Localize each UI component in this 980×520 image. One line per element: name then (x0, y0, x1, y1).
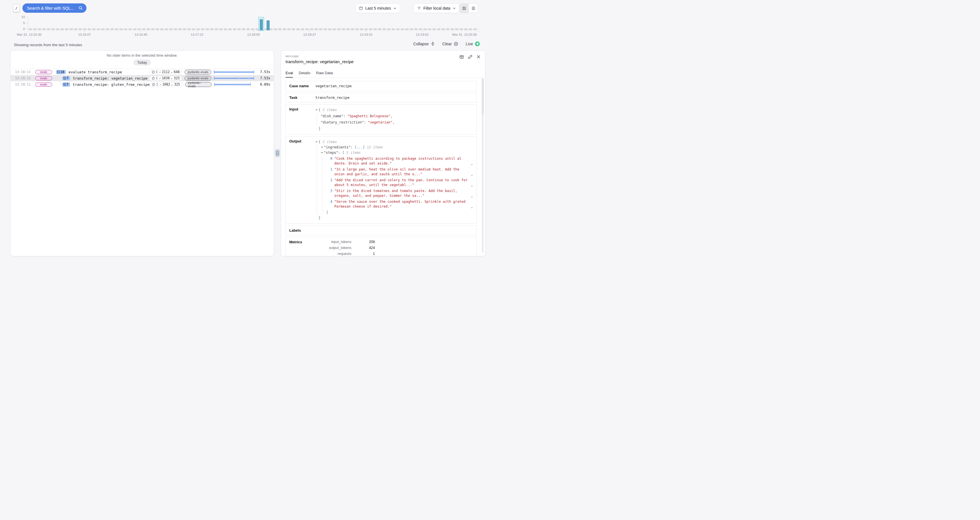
metrics-label: Metrics (289, 240, 315, 256)
output-json-viewer: { 2 items "ingredients": [...] 12 items … (315, 139, 473, 221)
tab-eval[interactable]: Eval (286, 71, 293, 78)
chevron-down-icon[interactable] (315, 108, 318, 111)
case-name-row: Case name vegetarian_recipe (286, 81, 477, 91)
output-token-count: 323 (174, 76, 180, 80)
json-array-item: 0"Cook the spaghetti according to packag… (326, 156, 473, 166)
tab-raw-data[interactable]: Raw Data (316, 71, 333, 78)
token-usage-pill[interactable]: Σ ↗2112 ↙648 (149, 70, 182, 75)
array-index: 0 (326, 156, 332, 166)
chevron-down-icon[interactable] (315, 141, 318, 143)
scope-badge: evals (35, 70, 52, 74)
clear-label: Clear (442, 42, 452, 46)
json-key: "steps" (324, 151, 338, 155)
x-tick-label: Mar 31. 13:15:30 (17, 33, 42, 36)
json-string-value: "Serve the sauce over the cooked spaghet… (334, 200, 469, 209)
json-array-item: 4"Serve the sauce over the cooked spaghe… (326, 200, 473, 209)
panel-resize-handle[interactable] (275, 149, 280, 157)
token-coin-icon (152, 77, 155, 80)
expand-children-badge[interactable]: 7 (62, 82, 70, 87)
token-usage-pill[interactable]: Σ ↗1082 ↙325 (150, 82, 182, 87)
token-coin-icon (152, 83, 155, 86)
duration-text: 7.53s (257, 70, 270, 74)
bracket: ] (326, 211, 328, 214)
task-label: Task (289, 95, 315, 100)
input-token-count: 1030 (162, 76, 170, 80)
no-older-items-text: No older items in the selected time wind… (11, 53, 274, 57)
input-row: Input { 2 items "dish_name": "Spaghetti … (286, 104, 477, 135)
collapse-button[interactable]: Collapse (413, 42, 435, 46)
bracket: [ (342, 151, 344, 155)
record-name: evaluate transform_recipe (68, 70, 122, 74)
package-tag[interactable]: pydantic-evals (185, 70, 211, 75)
collapse-children-badge[interactable]: 16 (56, 70, 66, 74)
live-toggle[interactable]: Live (466, 41, 480, 46)
brace: } (318, 127, 320, 130)
output-row: Output { 2 items "ingredients": [...] 12… (286, 136, 477, 224)
task-row: Task transform_recipe (286, 93, 477, 103)
collapse-icon (431, 42, 435, 46)
json-array-item: 3"Stir in the diced tomatoes and tomato … (326, 189, 473, 198)
package-tag[interactable]: pydantic-evals (185, 76, 211, 81)
metric-value: 1 (352, 252, 375, 256)
app-root: / Search & filter with SQL... Last 5 min… (0, 0, 490, 260)
eval-sections: Case name vegetarian_recipe Task transfo… (286, 81, 480, 256)
copy-link-icon[interactable] (468, 55, 473, 59)
collapsed-array[interactable]: [...] (355, 145, 365, 149)
histogram-bar[interactable] (267, 21, 270, 30)
labels-label: Labels (289, 228, 315, 233)
token-usage-pill[interactable]: Σ ↗1030 ↙323 (149, 76, 182, 81)
metric-name: requests: (315, 252, 352, 256)
today-pill[interactable]: Today (133, 59, 151, 65)
arrow-down-left-icon: ↙ (171, 83, 173, 86)
clear-button[interactable]: Clear (442, 42, 458, 46)
record-time: 13:18:11 (15, 82, 32, 86)
scope-badge: evals (35, 82, 52, 87)
input-token-count: 1082 (162, 82, 170, 86)
records-panel: No older items in the selected time wind… (10, 51, 274, 256)
tab-details[interactable]: Details (299, 71, 310, 78)
arrow-down-left-icon: ↙ (171, 76, 172, 80)
chevron-right-icon[interactable] (321, 146, 324, 148)
duration-text: 7.53s (257, 76, 270, 80)
duration-bar (214, 70, 254, 74)
array-index: 2 (326, 178, 332, 187)
record-kind-label: message (286, 54, 480, 58)
record-time: 13:18:11 (15, 70, 32, 74)
metric-name: input_tokens: (315, 240, 352, 244)
package-tag[interactable]: pydantic-evals (185, 82, 212, 87)
items-note: 12 items (367, 145, 383, 149)
detail-scrollbar[interactable] (482, 78, 484, 253)
detail-tabs: Eval Details Raw Data (286, 71, 480, 78)
scope-badge: evals (35, 76, 52, 81)
metric-name: output_tokens: (315, 246, 352, 250)
task-value: transform_recipe (315, 95, 349, 100)
close-icon[interactable] (476, 55, 480, 59)
items-note: 2 items (322, 140, 337, 144)
metrics-row: Metrics input_tokens:208 output_tokens:4… (286, 237, 477, 256)
record-row[interactable]: 13:18:11 evals 16 evaluate transform_rec… (11, 69, 274, 75)
x-tick-label: 13:19:15 (360, 33, 372, 36)
sigma-icon: Σ (156, 83, 158, 86)
timeline-histogram[interactable]: 10 5 0 Mar 31. 13:15:30 13:16:07 13:16:4… (0, 16, 490, 38)
record-name: transform_recipe: vegetarian_recipe (73, 76, 148, 81)
input-label: Input (289, 107, 315, 132)
expand-children-badge[interactable]: 7 (62, 76, 70, 81)
token-coin-icon (152, 71, 155, 74)
input-json-viewer: { 2 items "dish_name": "Spaghetti Bologn… (315, 107, 473, 132)
x-tick-label: 13:17:22 (191, 33, 204, 36)
arrow-down-left-icon: ↙ (171, 70, 172, 74)
input-token-count: 2112 (162, 70, 170, 74)
record-row[interactable]: 13:18:11 evals 7 transform_recipe: glute… (11, 81, 274, 87)
detail-panel: message transform_recipe: vegetarian_rec… (281, 51, 485, 256)
duration-bar (214, 76, 254, 81)
histogram-bar[interactable] (260, 19, 263, 30)
chevron-down-icon[interactable] (321, 151, 324, 154)
items-note: 5 items (347, 151, 361, 155)
x-tick-label: 13:16:45 (135, 33, 148, 36)
save-view-icon[interactable] (460, 55, 464, 59)
array-index: 4 (326, 200, 332, 209)
live-label: Live (466, 42, 473, 46)
record-row-selected[interactable]: 13:18:11 evals 7 transform_recipe: veget… (11, 75, 274, 81)
case-name-value: vegetarian_recipe (315, 84, 352, 88)
metrics-table: input_tokens:208 output_tokens:424 reque… (315, 240, 375, 256)
